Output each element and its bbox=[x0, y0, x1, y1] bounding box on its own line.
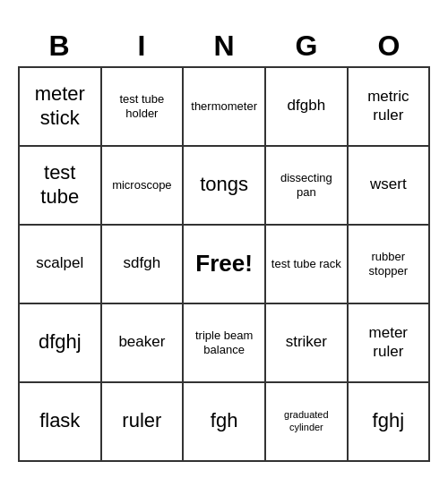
bingo-cell: microscope bbox=[101, 146, 184, 225]
header-letter: N bbox=[183, 26, 265, 66]
bingo-cell: wsert bbox=[348, 146, 429, 225]
bingo-cell: meter stick bbox=[19, 67, 101, 146]
bingo-cell: test tube rack bbox=[265, 225, 348, 303]
bingo-header: BINGO bbox=[18, 26, 430, 66]
bingo-cell: fghj bbox=[348, 382, 429, 461]
table-row: meter sticktest tube holderthermometerdf… bbox=[19, 67, 429, 146]
bingo-cell: ruler bbox=[101, 382, 184, 461]
header-letter: I bbox=[100, 26, 183, 66]
bingo-cell: graduated cylinder bbox=[265, 382, 348, 461]
table-row: dfghjbeakertriple beam balancestrikermet… bbox=[19, 303, 429, 382]
bingo-cell: beaker bbox=[101, 303, 184, 382]
bingo-cell: Free! bbox=[183, 225, 265, 303]
table-row: test tubemicroscopetongsdissecting panws… bbox=[19, 146, 429, 225]
header-letter: G bbox=[265, 26, 348, 66]
table-row: flaskrulerfghgraduated cylinderfghj bbox=[19, 382, 429, 461]
bingo-cell: striker bbox=[265, 303, 348, 382]
bingo-cell: triple beam balance bbox=[183, 303, 265, 382]
bingo-cell: fgh bbox=[183, 382, 265, 461]
bingo-cell: dfgbh bbox=[265, 67, 348, 146]
bingo-cell: dfghj bbox=[19, 303, 101, 382]
header-letter: O bbox=[348, 26, 430, 66]
bingo-cell: tongs bbox=[183, 146, 265, 225]
bingo-cell: meter ruler bbox=[348, 303, 429, 382]
header-letter: B bbox=[18, 26, 100, 66]
bingo-cell: test tube holder bbox=[101, 67, 184, 146]
bingo-cell: rubber stopper bbox=[348, 225, 429, 303]
bingo-cell: scalpel bbox=[19, 225, 101, 303]
bingo-cell: sdfgh bbox=[101, 225, 184, 303]
bingo-cell: dissecting pan bbox=[265, 146, 348, 225]
bingo-cell: test tube bbox=[19, 146, 101, 225]
bingo-cell: metric ruler bbox=[348, 67, 429, 146]
bingo-cell: thermometer bbox=[183, 67, 265, 146]
bingo-grid: meter sticktest tube holderthermometerdf… bbox=[18, 66, 430, 462]
bingo-cell: flask bbox=[19, 382, 101, 461]
table-row: scalpelsdfghFree!test tube rackrubber st… bbox=[19, 225, 429, 303]
